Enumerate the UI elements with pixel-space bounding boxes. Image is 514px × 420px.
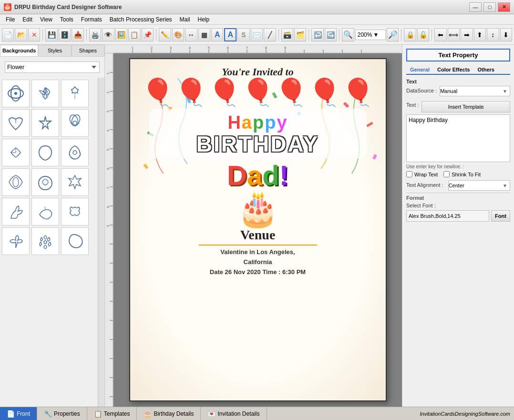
menu-help[interactable]: Help (194, 15, 214, 24)
toolbar-separator-4 (278, 29, 279, 41)
menu-formats[interactable]: Formats (77, 15, 106, 24)
close-button[interactable]: ✕ (498, 2, 510, 12)
tb-clipboard[interactable]: 📋 (128, 28, 140, 41)
svg-point-2 (14, 92, 17, 95)
thumb-item[interactable] (61, 198, 89, 225)
birthday-card[interactable]: You're Invited to 🎈🎈🎈🎈🎈🎈🎈 Happy BIRTHDAY (129, 58, 387, 401)
thumb-item[interactable] (2, 139, 30, 166)
tb-db2[interactable]: 🗂️ (294, 28, 306, 41)
tb-align-h[interactable]: ⟺ (448, 28, 460, 41)
tb-preview[interactable]: 👁️ (102, 28, 114, 41)
menu-tools[interactable]: Tools (56, 15, 77, 24)
tb-export[interactable]: 📥 (72, 28, 83, 41)
tb-zoom-out[interactable]: 🔎 (387, 28, 399, 41)
tb-down-arrow[interactable]: ⬇ (500, 28, 512, 41)
rp-tab-general[interactable]: General (406, 65, 433, 75)
tb-print[interactable]: 🖨️ (89, 28, 101, 41)
text-content-area[interactable]: Happy Birthday (406, 114, 510, 162)
tb-close-file[interactable]: ✕ (28, 28, 40, 41)
tb-paste[interactable]: 📌 (142, 28, 154, 41)
menu-file[interactable]: File (2, 15, 19, 24)
status-tab-properties[interactable]: 🔧 Properties (37, 407, 87, 420)
tb-image[interactable]: 🖼️ (115, 28, 127, 41)
tb-lock1[interactable]: 🔒 (404, 28, 416, 41)
tb-text-box[interactable]: A (224, 28, 236, 41)
enter-key-note: Use enter key for newline. : (406, 164, 510, 169)
tb-line[interactable]: ╱ (264, 28, 276, 41)
tb-redo[interactable]: ↪️ (325, 28, 337, 41)
tab-styles[interactable]: Styles (38, 45, 71, 56)
status-tab-invitation-details[interactable]: 💌 Invitation Details (201, 407, 267, 420)
tb-spiral[interactable]: S (237, 28, 249, 41)
rp-tab-color-effects[interactable]: Color Effects (433, 65, 473, 74)
menu-edit[interactable]: Edit (19, 15, 36, 24)
zoom-level: 200% ▼ (355, 30, 386, 40)
thumb-item[interactable] (61, 109, 89, 137)
thumb-item[interactable] (31, 227, 59, 255)
tb-db1[interactable]: 🗃️ (281, 28, 293, 41)
thumb-item[interactable] (61, 227, 89, 255)
venue-label: Venue (140, 227, 376, 243)
tab-backgrounds[interactable]: Backgrounds (0, 45, 38, 56)
thumb-item[interactable] (2, 227, 30, 255)
insert-template-button[interactable]: Insert Template (421, 101, 510, 113)
thumb-item[interactable] (31, 80, 59, 107)
menu-mail[interactable]: Mail (176, 15, 194, 24)
tb-left-arrow[interactable]: ⬅ (434, 28, 446, 41)
svg-text:5: 5 (208, 46, 210, 50)
tb-up-arrow[interactable]: ⬆ (474, 28, 486, 41)
tab-shapes[interactable]: Shapes (72, 45, 104, 56)
wrap-text-item: Wrap Text (406, 171, 438, 177)
shrink-fit-checkbox[interactable] (443, 171, 450, 177)
tb-open[interactable]: 📂 (15, 28, 27, 41)
thumb-item[interactable] (61, 139, 89, 166)
thumb-item[interactable] (31, 109, 59, 137)
tb-align-v[interactable]: ↕ (487, 28, 499, 41)
thumb-item[interactable] (2, 109, 30, 137)
wrap-text-checkbox[interactable] (406, 171, 412, 177)
rp-tab-others[interactable]: Others (473, 65, 498, 74)
tb-zoom-in[interactable]: 🔍 (342, 28, 354, 41)
tb-save[interactable]: 💾 (45, 28, 57, 41)
tb-undo[interactable]: ↩️ (311, 28, 323, 41)
menu-batch[interactable]: Batch Processing Series (106, 15, 176, 24)
thumb-item[interactable] (31, 168, 59, 196)
tb-save-as[interactable]: 🗄️ (59, 28, 71, 41)
maximize-button[interactable]: □ (483, 2, 496, 12)
tb-arrows[interactable]: ↔️ (185, 28, 197, 41)
minimize-button[interactable]: — (469, 2, 482, 12)
tb-color[interactable]: 🎨 (172, 28, 184, 41)
tb-lock2[interactable]: 🔓 (417, 28, 429, 41)
status-tab-front[interactable]: 📄 Front (0, 407, 37, 420)
font-button[interactable]: Font (491, 210, 510, 222)
datasource-select[interactable]: Manual Excel Access (440, 86, 510, 96)
happy-bday-banner: Happy BIRTHDAY (149, 109, 367, 159)
title-bar-controls: — □ ✕ (469, 2, 510, 12)
title-bar: 🎂 DRPU Birthday Card Designer Software —… (0, 0, 514, 14)
thumb-item[interactable] (61, 168, 89, 196)
tb-text[interactable]: A (211, 28, 223, 41)
status-tab-templates[interactable]: 📋 Templates (87, 407, 137, 420)
cake-emoji: 🎂 (140, 191, 376, 225)
birthday-text: BIRTHDAY (159, 133, 357, 155)
menu-view[interactable]: View (36, 15, 56, 24)
app-title: DRPU Birthday Card Designer Software (14, 4, 122, 10)
thumb-item[interactable] (31, 139, 59, 166)
status-tab-birthday-details[interactable]: 🎂 Birthday Details (137, 407, 201, 420)
thumb-item[interactable] (31, 198, 59, 225)
font-value-input[interactable] (406, 210, 489, 222)
tb-right-arrow[interactable]: ➡ (461, 28, 473, 41)
style-dropdown[interactable]: Flower Hearts Stars Swirls Leaves (5, 61, 100, 73)
thumb-item[interactable] (2, 198, 30, 225)
thumb-item[interactable] (61, 80, 89, 107)
tb-new[interactable]: 📄 (2, 28, 14, 41)
balloon-emoji: 🎈🎈🎈🎈🎈🎈🎈 (140, 79, 376, 106)
alignment-select[interactable]: Left Center Right Justify (448, 180, 510, 191)
scrollbar[interactable] (98, 78, 104, 407)
svg-text:3: 3 (170, 46, 172, 50)
thumb-item[interactable] (2, 80, 30, 107)
tb-pen[interactable]: ✏️ (159, 28, 171, 41)
thumb-item[interactable] (2, 168, 30, 196)
tb-barcode[interactable]: ▦ (198, 28, 210, 41)
tb-email[interactable]: ✉️ (251, 28, 263, 41)
